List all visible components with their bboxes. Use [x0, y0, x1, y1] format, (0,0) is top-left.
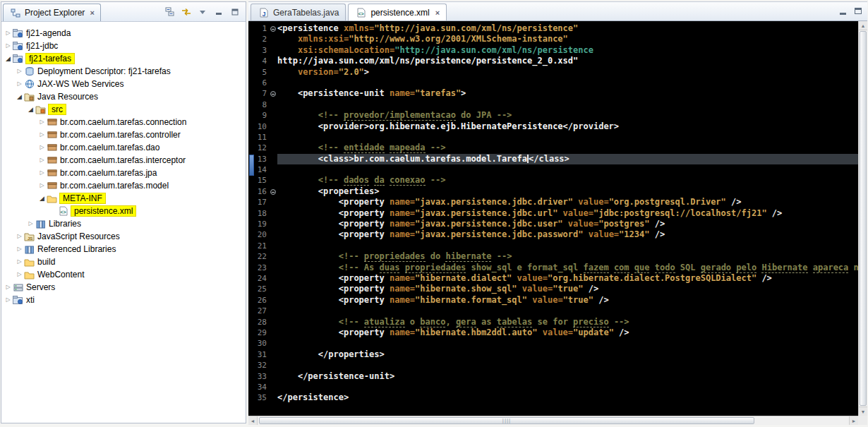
code-line-content[interactable] [277, 382, 858, 392]
code-line-content[interactable]: </properties> [277, 349, 858, 360]
tree-item-java-resources[interactable]: ◢Java Resources [1, 90, 246, 103]
horizontal-scroll-thumb[interactable]: |||| [259, 417, 754, 424]
collapse-arrow-icon[interactable]: ◢ [4, 52, 12, 65]
code-line-28[interactable]: 28 <!-- atualiza o banco, gera as tabela… [248, 317, 858, 327]
code-line-content[interactable]: xsi:schemaLocation="http://java.sun.com/… [277, 45, 858, 56]
code-line-34[interactable]: 34 [248, 382, 858, 392]
maximize-editor-icon[interactable] [853, 6, 863, 15]
tree-item-fj21-jdbc[interactable]: ▷fj21-jdbc [1, 40, 246, 52]
collapse-arrow-icon[interactable]: ◢ [38, 192, 46, 205]
code-line-content[interactable]: <!-- provedor/implementacao do JPA --> [277, 110, 858, 121]
code-line-content[interactable]: </persistence-unit> [277, 371, 858, 382]
expand-arrow-icon[interactable]: ▷ [16, 230, 23, 243]
code-line-content[interactable] [277, 306, 858, 316]
code-line-25[interactable]: 25 <property name="hibernate.show_sql" v… [248, 284, 858, 294]
code-line-2[interactable]: 2 xmlns:xsi="http://www.w3.org/2001/XMLS… [248, 34, 858, 44]
expand-arrow-icon[interactable]: ▷ [16, 268, 23, 281]
fold-collapse-icon[interactable] [270, 26, 276, 32]
fold-collapse-icon[interactable] [270, 189, 276, 195]
vertical-scroll-thumb[interactable] [860, 31, 867, 406]
code-line-22[interactable]: 22 <!-- propriedades do hibernate --> [248, 251, 858, 262]
tree-item-deployment-descriptor-fj21-tarefas[interactable]: ▷Deployment Descriptor: fj21-tarefas [1, 65, 246, 78]
code-line-7[interactable]: 7 <persistence-unit name="tarefas"> [248, 88, 858, 99]
collapse-arrow-icon[interactable]: ◢ [16, 90, 23, 103]
expand-arrow-icon[interactable]: ▷ [4, 281, 12, 294]
link-with-editor-icon[interactable] [181, 7, 192, 17]
expand-arrow-icon[interactable]: ▷ [4, 27, 12, 40]
code-line-content[interactable] [277, 241, 858, 251]
tree-item-xti[interactable]: ▷xti [1, 294, 246, 306]
expand-arrow-icon[interactable]: ▷ [4, 40, 12, 52]
tree-item-libraries[interactable]: ▷Libraries [1, 217, 246, 230]
expand-arrow-icon[interactable]: ▷ [38, 116, 46, 128]
code-line-24[interactable]: 24 <property name="hibernate.dialect" va… [248, 273, 858, 284]
code-line-content[interactable]: <property name="javax.persistence.jdbc.p… [277, 229, 858, 240]
code-line-16[interactable]: 16 <properties> [248, 186, 858, 197]
code-line-content[interactable]: <persistence xmlns="http://java.sun.com/… [277, 23, 858, 34]
code-line-content[interactable]: <!-- atualiza o banco, gera as tabelas s… [277, 317, 858, 327]
code-line-content[interactable]: <property name="hibernate.dialect" value… [277, 273, 858, 284]
code-line-content[interactable]: <property name="hibernate.show_sql" valu… [277, 284, 858, 294]
code-line-5[interactable]: 5 version="2.0"> [248, 67, 858, 78]
expand-arrow-icon[interactable]: ▷ [16, 65, 23, 78]
fold-collapse-icon[interactable] [270, 91, 276, 97]
code-line-29[interactable]: 29 <property name="hibernate.hbm2ddl.aut… [248, 327, 858, 338]
tree-item-webcontent[interactable]: ▷WebContent [1, 268, 246, 281]
tree-item-br-com-caelum-tarefas-dao[interactable]: ▷br.com.caelum.tarefas.dao [1, 141, 246, 154]
code-area[interactable]: 1<persistence xmlns="http://java.sun.com… [248, 21, 858, 416]
expand-arrow-icon[interactable]: ▷ [38, 154, 46, 167]
tree-item-src[interactable]: ◢src [1, 103, 246, 116]
tree-item-referenced-libraries[interactable]: ▷Referenced Libraries [1, 243, 246, 255]
close-tab-icon[interactable]: × [433, 8, 440, 17]
code-line-content[interactable]: http://java.sun.com/xml/ns/persistence/p… [277, 56, 858, 66]
tree-item-br-com-caelum-tarefas-interceptor[interactable]: ▷br.com.caelum.tarefas.interceptor [1, 154, 246, 167]
maximize-icon[interactable] [229, 7, 241, 17]
code-line-content[interactable] [277, 338, 858, 349]
expand-arrow-icon[interactable]: ▷ [38, 179, 46, 192]
code-line-content[interactable] [277, 132, 858, 143]
code-line-content[interactable]: <!-- entidade mapeada --> [277, 143, 858, 153]
code-line-8[interactable]: 8 [248, 100, 858, 110]
code-line-15[interactable]: 15 <!-- dados da conexao --> [248, 175, 858, 186]
view-menu-icon[interactable] [197, 7, 208, 17]
code-line-content[interactable]: <!-- dados da conexao --> [277, 175, 858, 186]
expand-arrow-icon[interactable]: ▷ [16, 255, 23, 268]
tree-item-br-com-caelum-tarefas-model[interactable]: ▷br.com.caelum.tarefas.model [1, 179, 246, 192]
code-line-20[interactable]: 20 <property name="javax.persistence.jdb… [248, 229, 858, 240]
editor-tab-persistence-xml[interactable]: <>persistence.xml× [348, 4, 447, 20]
code-line-27[interactable]: 27 [248, 306, 858, 316]
code-line-content[interactable]: <properties> [277, 186, 858, 197]
expand-arrow-icon[interactable]: ▷ [38, 167, 46, 179]
code-line-6[interactable]: 6 [248, 78, 858, 88]
code-line-3[interactable]: 3 xsi:schemaLocation="http://java.sun.co… [248, 45, 858, 56]
code-line-18[interactable]: 18 <property name="javax.persistence.jdb… [248, 208, 858, 219]
expand-arrow-icon[interactable]: ▷ [16, 243, 23, 255]
code-line-content[interactable]: xmlns:xsi="http://www.w3.org/2001/XMLSch… [277, 34, 858, 44]
horizontal-scrollbar[interactable]: ◄ |||| ► [248, 416, 867, 425]
code-line-4[interactable]: 4http://java.sun.com/xml/ns/persistence/… [248, 56, 858, 66]
scroll-down-icon[interactable]: ▼ [859, 407, 867, 416]
project-explorer-tab[interactable]: Project Explorer × [3, 4, 101, 21]
collapse-arrow-icon[interactable]: ◢ [27, 103, 35, 116]
code-line-33[interactable]: 33 </persistence-unit> [248, 371, 858, 382]
code-line-14[interactable]: 14 [248, 164, 858, 175]
tree-item-fj21-tarefas[interactable]: ◢fj21-tarefas [1, 52, 246, 65]
scroll-left-icon[interactable]: ◄ [248, 416, 258, 425]
code-line-32[interactable]: 32 [248, 360, 858, 371]
code-line-35[interactable]: 35</persistence> [248, 392, 858, 403]
code-line-17[interactable]: 17 <property name="javax.persistence.jdb… [248, 197, 858, 208]
code-line-content[interactable] [277, 360, 858, 371]
vertical-scrollbar[interactable]: ▲ ▼ [858, 21, 867, 416]
code-line-10[interactable]: 10 <provider>org.hibernate.ejb.Hibernate… [248, 121, 858, 132]
code-line-content[interactable] [277, 100, 858, 110]
code-line-1[interactable]: 1<persistence xmlns="http://java.sun.com… [248, 23, 858, 34]
code-line-content[interactable]: <!-- As duas propriedades show_sql e for… [277, 263, 858, 273]
code-line-9[interactable]: 9 <!-- provedor/implementacao do JPA --> [248, 110, 858, 121]
code-line-30[interactable]: 30 [248, 338, 858, 349]
code-line-content[interactable]: <property name="hibernate.hbm2ddl.auto" … [277, 327, 858, 338]
expand-arrow-icon[interactable]: ▷ [16, 78, 23, 90]
tree-item-persistence-xml[interactable]: <>persistence.xml [1, 205, 246, 217]
expand-arrow-icon[interactable]: ▷ [38, 128, 46, 141]
code-line-31[interactable]: 31 </properties> [248, 349, 858, 360]
code-line-26[interactable]: 26 <property name="hibernate.format_sql"… [248, 295, 858, 306]
